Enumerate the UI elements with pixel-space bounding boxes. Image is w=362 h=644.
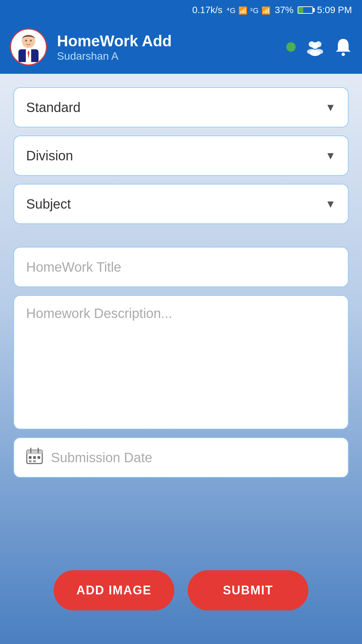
bottom-actions: ADD IMAGE SUBMIT [13, 486, 349, 631]
spacer [13, 232, 349, 239]
main-content: Standard ▼ Division ▼ Subject ▼ [0, 74, 362, 644]
standard-label: Standard [26, 100, 80, 115]
svg-point-6 [25, 40, 27, 42]
network-icons: ⁴G 📶 ³G 📶 [227, 5, 271, 15]
header-text: HomeWork Add Sudarshan A [57, 32, 276, 62]
avatar-image [13, 32, 44, 62]
homework-title-input[interactable] [13, 247, 349, 287]
status-bar: 0.17k/s ⁴G 📶 ³G 📶 37% 5:09 PM [0, 0, 362, 20]
svg-rect-19 [29, 456, 32, 459]
calendar-icon [26, 447, 43, 468]
add-image-button[interactable]: ADD IMAGE [54, 570, 174, 610]
division-chevron-icon: ▼ [325, 150, 336, 162]
page-title: HomeWork Add [57, 32, 276, 50]
submit-button[interactable]: SUBMIT [188, 570, 308, 610]
network-speed: 0.17k/s [192, 5, 223, 15]
homework-description-textarea[interactable] [13, 295, 349, 429]
svg-point-7 [30, 40, 32, 42]
standard-chevron-icon: ▼ [325, 101, 336, 114]
group-icon[interactable] [306, 38, 324, 56]
avatar [10, 29, 47, 65]
user-name: Sudarshan A [57, 50, 276, 62]
submission-date-placeholder: Submission Date [51, 450, 152, 465]
online-status-indicator [286, 42, 296, 52]
svg-rect-16 [27, 450, 42, 454]
division-label: Division [26, 148, 73, 163]
svg-point-10 [312, 42, 318, 49]
battery-percent: 37% [275, 5, 294, 15]
submission-date-field[interactable]: Submission Date [13, 437, 349, 478]
standard-dropdown[interactable]: Standard ▼ [13, 87, 349, 127]
battery-icon [298, 6, 313, 14]
svg-rect-20 [33, 456, 36, 459]
svg-rect-21 [38, 456, 40, 459]
svg-rect-23 [33, 460, 36, 462]
time-display: 5:09 PM [317, 5, 352, 15]
subject-dropdown[interactable]: Subject ▼ [13, 184, 349, 224]
notification-icon[interactable] [335, 38, 352, 56]
subject-chevron-icon: ▼ [325, 198, 336, 210]
svg-point-13 [310, 50, 320, 56]
header-actions [286, 38, 352, 56]
subject-label: Subject [26, 197, 71, 212]
division-dropdown[interactable]: Division ▼ [13, 136, 349, 176]
svg-point-14 [342, 53, 345, 56]
app-bar: HomeWork Add Sudarshan A [0, 20, 362, 74]
svg-rect-22 [29, 460, 32, 462]
